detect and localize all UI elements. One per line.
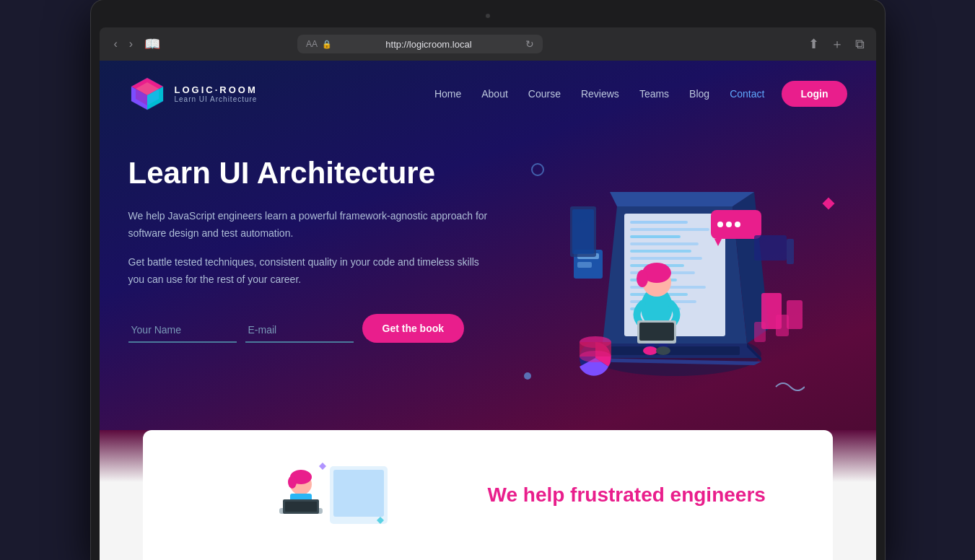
aa-label: AA <box>306 39 318 49</box>
get-book-button[interactable]: Get the book <box>362 314 465 343</box>
bottom-section: We help frustrated engineers <box>100 430 876 560</box>
nav-links: Home About Course Reviews Teams Blog Con… <box>434 88 765 100</box>
svg-rect-48 <box>572 209 594 254</box>
lock-icon: 🔒 <box>322 40 332 49</box>
new-tab-button[interactable]: ＋ <box>831 35 844 53</box>
refresh-icon[interactable]: ↻ <box>525 38 534 50</box>
svg-rect-18 <box>630 235 681 238</box>
svg-point-56 <box>580 351 611 362</box>
svg-rect-52 <box>754 322 766 342</box>
macbook-frame: ‹ › 📖 AA 🔒 http://logicroom.local ↻ ⬆ ＋ … <box>91 0 885 560</box>
screen-bezel: ‹ › 📖 AA 🔒 http://logicroom.local ↻ ⬆ ＋ … <box>91 0 885 560</box>
logo-tagline: Learn UI Architecture <box>175 95 258 103</box>
hero-section: Learn UI Architecture We help JavaScript… <box>100 127 876 430</box>
svg-rect-19 <box>630 242 699 245</box>
bottom-card: We help frustrated engineers <box>143 430 833 560</box>
svg-rect-50 <box>787 300 803 329</box>
svg-marker-68 <box>319 463 326 470</box>
tabs-button[interactable]: ⧉ <box>855 37 865 52</box>
svg-rect-67 <box>333 470 384 517</box>
browser-window: ‹ › 📖 AA 🔒 http://logicroom.local ↻ ⬆ ＋ … <box>100 27 876 560</box>
camera-area <box>100 9 876 23</box>
bottom-text-area: We help frustrated engineers <box>488 484 804 507</box>
svg-rect-46 <box>577 262 592 268</box>
svg-point-40 <box>643 346 657 355</box>
address-bar[interactable]: AA 🔒 http://logicroom.local ↻ <box>297 35 543 53</box>
svg-rect-51 <box>776 315 789 336</box>
logo-text: LOGIC·ROOM Learn UI Architecture <box>175 84 258 103</box>
browser-nav-buttons: ‹ › <box>111 36 136 52</box>
svg-rect-17 <box>630 228 709 231</box>
logo-name: LOGIC·ROOM <box>175 84 258 95</box>
hero-form: Get the book <box>128 314 488 343</box>
email-field-wrapper <box>245 318 354 343</box>
bookmark-icon[interactable]: 📖 <box>144 36 160 52</box>
hero-description-1: We help JavaScript engineers learn a pow… <box>128 208 488 242</box>
nav-about[interactable]: About <box>481 88 508 100</box>
svg-marker-14 <box>610 192 754 206</box>
svg-point-31 <box>717 222 723 227</box>
camera-dot <box>486 14 490 18</box>
svg-rect-20 <box>630 250 691 253</box>
url-text: http://logicroom.local <box>336 39 521 50</box>
svg-point-32 <box>726 222 732 227</box>
svg-rect-21 <box>630 257 702 260</box>
hero-left: Learn UI Architecture We help JavaScript… <box>128 141 488 343</box>
hero-illustration-area <box>488 141 847 401</box>
name-field-wrapper <box>128 318 237 343</box>
hero-title: Learn UI Architecture <box>128 156 488 191</box>
deco-diamond-1 <box>822 198 834 210</box>
bottom-heading: We help frustrated engineers <box>488 484 804 507</box>
bottom-illustration <box>172 459 488 531</box>
name-input[interactable] <box>128 318 237 343</box>
nav-teams[interactable]: Teams <box>639 88 669 100</box>
svg-rect-65 <box>285 502 317 512</box>
svg-point-37 <box>637 270 648 287</box>
svg-point-33 <box>735 222 740 227</box>
share-button[interactable]: ⬆ <box>808 36 819 52</box>
svg-point-41 <box>656 346 670 355</box>
svg-rect-57 <box>754 235 787 261</box>
hero-description-2: Get battle tested techniques, consistent… <box>128 254 488 289</box>
login-button[interactable]: Login <box>782 81 847 107</box>
nav-contact[interactable]: Contact <box>730 88 764 100</box>
nav-blog[interactable]: Blog <box>689 88 709 100</box>
browser-action-buttons: ⬆ ＋ ⧉ <box>808 35 865 53</box>
svg-rect-58 <box>787 239 794 264</box>
svg-rect-16 <box>630 221 688 224</box>
browser-toolbar: ‹ › 📖 AA 🔒 http://logicroom.local ↻ ⬆ ＋ … <box>100 27 876 61</box>
nav-course[interactable]: Course <box>528 88 561 100</box>
back-button[interactable]: ‹ <box>111 36 121 52</box>
svg-rect-11 <box>610 346 740 355</box>
website-content: LOGIC·ROOM Learn UI Architecture Home Ab… <box>100 61 876 560</box>
nav-reviews[interactable]: Reviews <box>581 88 619 100</box>
nav-home[interactable]: Home <box>434 88 461 100</box>
svg-point-61 <box>288 476 297 489</box>
site-nav: LOGIC·ROOM Learn UI Architecture Home Ab… <box>100 61 876 127</box>
logo-cube <box>128 75 166 113</box>
logo-area[interactable]: LOGIC·ROOM Learn UI Architecture <box>128 75 258 113</box>
svg-rect-43 <box>639 323 674 341</box>
forward-button[interactable]: › <box>126 36 136 52</box>
email-input[interactable] <box>245 318 354 343</box>
